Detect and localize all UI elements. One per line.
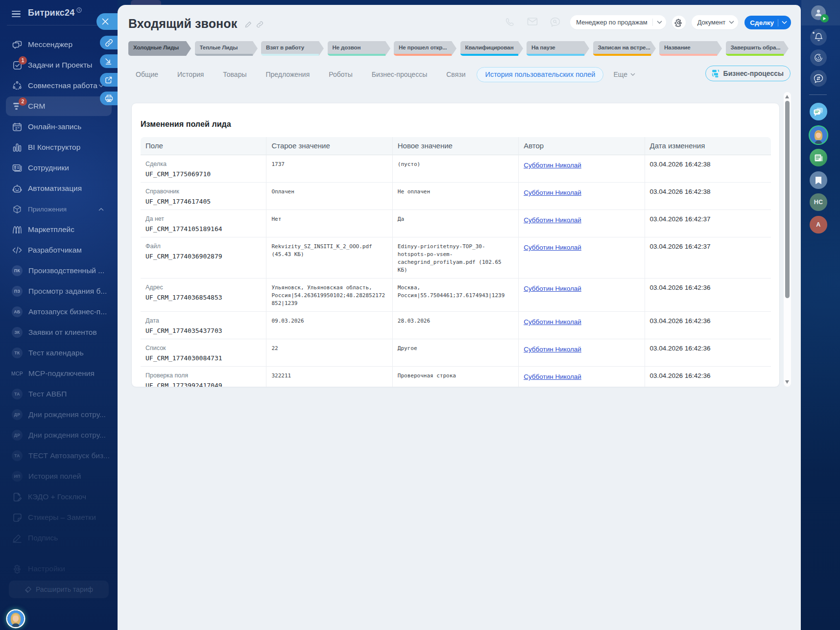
stage-chip-9[interactable]: Название bbox=[659, 41, 717, 56]
call-icon[interactable] bbox=[504, 17, 515, 27]
tab-история-пользовательских-полей[interactable]: История пользовательских полей bbox=[477, 67, 603, 82]
tab-more[interactable]: Еще bbox=[613, 70, 635, 78]
sidebar-item-settings[interactable]: Настройки bbox=[0, 559, 118, 579]
scrollbar-thumb[interactable] bbox=[785, 101, 790, 298]
collapse-edge-button[interactable] bbox=[100, 54, 118, 68]
author-link[interactable]: Субботин Николай bbox=[524, 189, 581, 196]
chat-search-icon[interactable] bbox=[550, 17, 560, 27]
chevron-down-icon[interactable] bbox=[782, 21, 787, 24]
scroll-up-arrow[interactable] bbox=[785, 95, 789, 98]
sidebar-item-marketplace[interactable]: Маркетплейс bbox=[0, 219, 118, 240]
tab-связи[interactable]: Связи bbox=[446, 70, 465, 78]
sidebar-item-bi[interactable]: BI Конструктор bbox=[0, 137, 118, 158]
copy-link-icon[interactable] bbox=[256, 21, 264, 28]
stage-chip-7[interactable]: На паузе bbox=[527, 41, 584, 56]
document-dropdown[interactable]: Документ bbox=[692, 15, 739, 29]
sidebar-item-apps[interactable]: Приложения bbox=[0, 199, 118, 219]
sidebar-item-tasks[interactable]: Задачи и Проекты 1 bbox=[0, 55, 118, 75]
user-avatar[interactable] bbox=[811, 5, 826, 20]
contact-avatar[interactable] bbox=[810, 126, 827, 144]
unread-badge: 1 bbox=[19, 56, 27, 65]
chat-badge-ns[interactable]: НС bbox=[810, 193, 827, 211]
stage-chip-8[interactable]: Записан на встре... bbox=[593, 41, 651, 56]
change-date: 03.04.2026 16:42:37 bbox=[645, 210, 771, 237]
chevron-down-icon bbox=[657, 21, 662, 24]
change-date: 03.04.2026 16:42:36 bbox=[645, 279, 771, 312]
sidebar-item-test-autorun[interactable]: ТА ТЕСТ Автозапуск биз... bbox=[0, 445, 118, 466]
column-header: Дата изменения bbox=[645, 137, 771, 155]
news-button[interactable] bbox=[810, 149, 827, 166]
sidebar-item-kedo[interactable]: КЭДО + Госключ bbox=[0, 487, 118, 507]
bp-flow-icon bbox=[711, 69, 720, 78]
stage-chip-5[interactable]: Не прошел откр... bbox=[394, 41, 452, 56]
chevron-down-icon bbox=[630, 73, 635, 76]
vertical-scrollbar[interactable] bbox=[784, 92, 791, 387]
field-history-table: ПолеСтарое значениеНовое значениеАвторДа… bbox=[141, 137, 771, 387]
sidebar-item-employees[interactable]: Сотрудники bbox=[0, 158, 118, 178]
bookmark-button[interactable] bbox=[810, 171, 827, 189]
notifications-button[interactable] bbox=[810, 29, 827, 46]
business-process-button[interactable]: Бизнес-процессы bbox=[705, 66, 791, 81]
author-link[interactable]: Субботин Николай bbox=[524, 346, 581, 353]
author-link[interactable]: Субботин Николай bbox=[524, 244, 581, 251]
author-link[interactable]: Субботин Николай bbox=[524, 162, 581, 169]
copylink-edge-button[interactable] bbox=[100, 36, 118, 49]
stage-chip-1[interactable]: Холодные Лиды bbox=[128, 41, 186, 56]
field-code: UF_CRM_1774036902879 bbox=[145, 252, 260, 260]
tab-предложения[interactable]: Предложения bbox=[266, 70, 310, 78]
author-link[interactable]: Субботин Николай bbox=[524, 318, 581, 326]
tab-общие[interactable]: Общие bbox=[136, 70, 158, 78]
open-new-edge-button[interactable] bbox=[100, 73, 118, 87]
edit-title-icon[interactable] bbox=[245, 21, 252, 28]
sidebar-item-view-task[interactable]: ПЗ Просмотр задания б... bbox=[0, 281, 118, 302]
stage-chip-2[interactable]: Теплые Лиды bbox=[195, 41, 253, 56]
close-edge-button[interactable] bbox=[96, 13, 118, 30]
scroll-down-arrow[interactable] bbox=[785, 380, 789, 384]
tab-товары[interactable]: Товары bbox=[223, 70, 246, 78]
upgrade-plan-button[interactable]: Расширить тариф bbox=[9, 581, 109, 598]
sidebar-item-signature[interactable]: Подпись bbox=[0, 528, 118, 548]
sidebar-item-test-avbp[interactable]: ТА Тест АВБП bbox=[0, 384, 118, 404]
sidebar-item-developers[interactable]: Разработчикам bbox=[0, 240, 118, 260]
menu-toggle-icon[interactable] bbox=[12, 11, 21, 17]
mcp-letter-chip: МСР bbox=[12, 368, 23, 379]
author-link[interactable]: Субботин Николай bbox=[524, 285, 581, 292]
stage-chip-4[interactable]: Не дозвон bbox=[328, 41, 385, 56]
sidebar-item-requests[interactable]: ЗК Заявки от клиентов bbox=[0, 322, 118, 343]
sticker-icon bbox=[12, 513, 22, 522]
author-link[interactable]: Субботин Николай bbox=[524, 373, 581, 380]
sidebar-item-autorun-bp[interactable]: АБ Автозапуск бизнес-п... bbox=[0, 302, 118, 322]
table-row: Список UF_CRM_1774030084731 22 Другое Су… bbox=[141, 339, 771, 367]
author-link[interactable]: Субботин Николай bbox=[524, 216, 581, 224]
stage-chip-10[interactable]: Завершить обра... bbox=[726, 41, 784, 56]
tabs-bar: ОбщиеИсторияТоварыПредложенияРоботыБизне… bbox=[128, 64, 791, 85]
sidebar-item-mcp[interactable]: МСР МСР-подключения bbox=[0, 363, 118, 384]
settings-gear-button[interactable] bbox=[672, 16, 686, 29]
active-chats-button[interactable] bbox=[810, 103, 827, 120]
tab-бизнес-процессы[interactable]: Бизнес-процессы bbox=[372, 70, 427, 78]
sidebar-item-booking[interactable]: Онлайн-запись bbox=[0, 117, 118, 137]
sidebar-item-stickers[interactable]: Стикеры – Заметки bbox=[0, 507, 118, 528]
create-deal-button[interactable]: Сделку bbox=[744, 16, 791, 29]
sidebar-item-test-cal[interactable]: ТК Тест календарь bbox=[0, 343, 118, 363]
tab-роботы[interactable]: Роботы bbox=[329, 70, 352, 78]
email-icon[interactable] bbox=[527, 17, 538, 26]
sidebar-item-field-hist[interactable]: ИП История полей bbox=[0, 466, 118, 487]
sidebar-item-bday1[interactable]: ДР Дни рождения сотру... bbox=[0, 404, 118, 425]
sidebar-item-prod[interactable]: ПК Производственный ... bbox=[0, 260, 118, 281]
sidebar-item-bday2[interactable]: ДР Дни рождения сотру... bbox=[0, 425, 118, 445]
column-header: Поле bbox=[141, 137, 266, 155]
messenger-exchange-button[interactable] bbox=[810, 70, 827, 87]
chat-badge-a[interactable]: А bbox=[810, 216, 827, 233]
close-icon bbox=[101, 18, 109, 25]
old-value: 322211 bbox=[266, 367, 392, 387]
print-edge-button[interactable] bbox=[100, 92, 118, 105]
sidebar-item-automation[interactable]: Автоматизация bbox=[0, 178, 118, 199]
column-header: Старое значение bbox=[266, 137, 392, 155]
stage-chip-3[interactable]: Взят в работу bbox=[261, 41, 319, 56]
assignee-dropdown[interactable]: Менеджер по продажам bbox=[570, 15, 666, 29]
copilot-button[interactable] bbox=[810, 49, 827, 66]
tab-история[interactable]: История bbox=[177, 70, 204, 78]
support-avatar[interactable] bbox=[7, 610, 24, 627]
stage-chip-6[interactable]: Квалифицирован bbox=[460, 41, 518, 56]
